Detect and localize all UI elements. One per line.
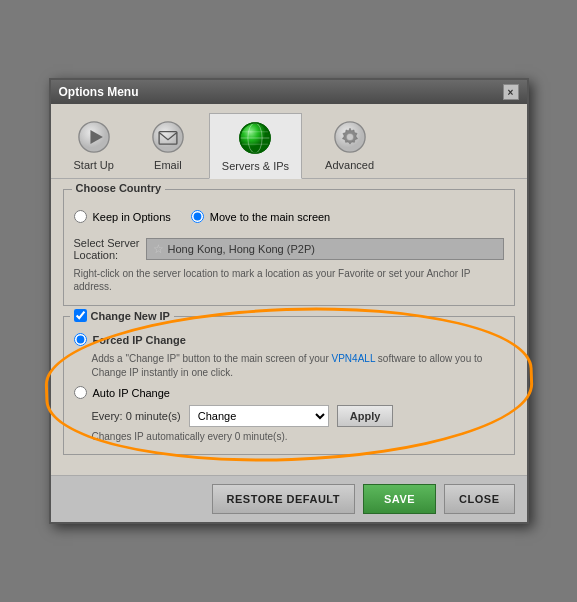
choose-country-section: Choose Country Keep in Options Move to t… <box>63 189 515 306</box>
change-ip-checkbox[interactable] <box>74 309 87 322</box>
keep-in-options-label: Keep in Options <box>93 211 171 223</box>
tab-startup[interactable]: Start Up <box>61 112 127 178</box>
gear-icon <box>332 119 368 155</box>
title-bar: Options Menu × <box>51 80 527 104</box>
choose-country-title: Choose Country <box>72 182 166 194</box>
forced-ip-row[interactable]: Forced IP Change <box>74 333 504 346</box>
button-bar: RESTORE DEFAULT SAVE CLOSE <box>51 475 527 522</box>
auto-ip-row[interactable]: Auto IP Change <box>74 386 504 399</box>
svg-point-11 <box>346 133 353 140</box>
restore-default-button[interactable]: RESTORE DEFAULT <box>212 484 355 514</box>
server-location-row: Select ServerLocation: ☆ Hong Kong, Hong… <box>74 237 504 261</box>
apply-button[interactable]: Apply <box>337 405 394 427</box>
keep-in-options-row[interactable]: Keep in Options <box>74 210 171 223</box>
globe-icon <box>237 120 273 156</box>
svg-point-2 <box>153 122 183 152</box>
server-location-label: Select ServerLocation: <box>74 237 140 261</box>
keep-in-options-radio[interactable] <box>74 210 87 223</box>
change-ip-title-label: Change New IP <box>91 310 170 322</box>
auto-ip-controls: Every: 0 minute(s) Change Apply <box>92 405 504 427</box>
tab-email-label: Email <box>154 159 182 171</box>
auto-ip-label: Auto IP Change <box>93 387 170 399</box>
move-to-main-label: Move to the main screen <box>210 211 330 223</box>
close-button[interactable]: CLOSE <box>444 484 514 514</box>
startup-icon <box>76 119 112 155</box>
auto-change-desc: Changes IP automatically every 0 minute(… <box>92 431 504 442</box>
email-icon <box>150 119 186 155</box>
tab-bar: Start Up Email <box>51 104 527 179</box>
move-to-main-row[interactable]: Move to the main screen <box>191 210 330 223</box>
change-ip-title: Change New IP <box>70 309 174 322</box>
dialog-title: Options Menu <box>59 85 139 99</box>
auto-ip-radio[interactable] <box>74 386 87 399</box>
server-location-hint: Right-click on the server location to ma… <box>74 267 504 293</box>
every-label: Every: 0 minute(s) <box>92 410 181 422</box>
tab-servers-label: Servers & IPs <box>222 160 289 172</box>
server-location-dropdown[interactable]: ☆ Hong Kong, Hong Kong (P2P) <box>146 238 504 260</box>
tab-advanced[interactable]: Advanced <box>312 112 387 178</box>
vpn4all-link[interactable]: VPN4ALL <box>332 353 376 364</box>
tab-startup-label: Start Up <box>74 159 114 171</box>
tab-servers[interactable]: Servers & IPs <box>209 113 302 179</box>
forced-ip-label: Forced IP Change <box>93 334 186 346</box>
forced-ip-desc: Adds a "Change IP" button to the main sc… <box>92 352 504 380</box>
options-dialog: Options Menu × Start Up <box>49 78 529 524</box>
change-ip-section: Change New IP Forced IP Change Adds a "C… <box>63 316 515 455</box>
country-options: Keep in Options Move to the main screen <box>74 204 504 229</box>
forced-ip-desc-text1: Adds a "Change IP" button to the main sc… <box>92 353 332 364</box>
move-to-main-radio[interactable] <box>191 210 204 223</box>
forced-ip-radio[interactable] <box>74 333 87 346</box>
save-button[interactable]: SAVE <box>363 484 436 514</box>
change-interval-select[interactable]: Change <box>189 405 329 427</box>
star-icon: ☆ <box>153 242 164 256</box>
title-bar-close-button[interactable]: × <box>503 84 519 100</box>
tab-email[interactable]: Email <box>137 112 199 178</box>
content-area: Choose Country Keep in Options Move to t… <box>51 179 527 475</box>
change-ip-wrapper: Change New IP Forced IP Change Adds a "C… <box>63 316 515 455</box>
server-location-value: Hong Kong, Hong Kong (P2P) <box>168 243 315 255</box>
tab-advanced-label: Advanced <box>325 159 374 171</box>
